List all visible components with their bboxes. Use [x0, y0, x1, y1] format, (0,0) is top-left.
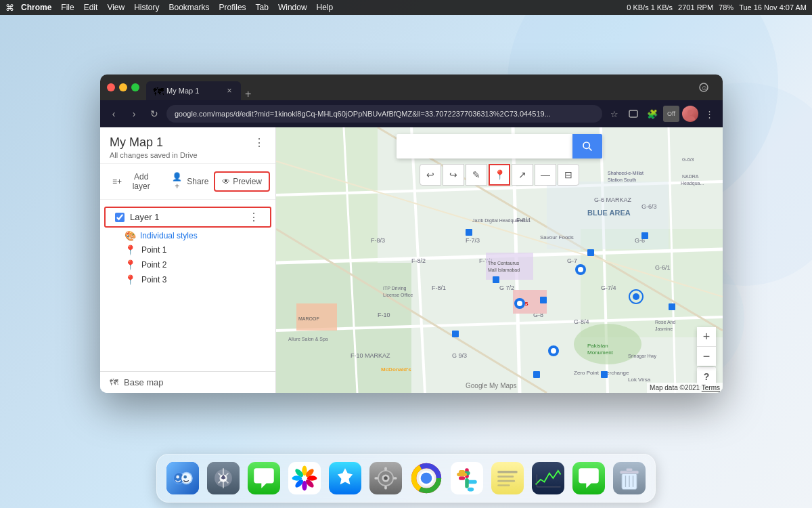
svg-rect-131	[497, 484, 510, 486]
maximize-button[interactable]	[131, 83, 139, 91]
svg-rect-73	[493, 276, 499, 283]
map-search-bar	[397, 134, 602, 158]
menubar-file[interactable]: File	[61, 3, 74, 12]
svg-text:F-8/1: F-8/1	[432, 284, 446, 291]
menubar-app-name[interactable]: Chrome	[21, 3, 51, 12]
tab-title: My Map 1	[166, 87, 221, 95]
svg-rect-123	[459, 476, 465, 480]
svg-text:Mall Islamabad: Mall Islamabad	[488, 268, 520, 272]
layer-checkbox[interactable]	[115, 213, 125, 222]
dock-messages[interactable]	[246, 461, 281, 496]
dock-notes[interactable]	[490, 461, 525, 496]
svg-point-91	[183, 475, 187, 479]
extension-pocket[interactable]	[625, 106, 641, 122]
menubar-edit[interactable]: Edit	[84, 3, 98, 12]
svg-rect-127	[491, 462, 524, 494]
menubar-view[interactable]: View	[107, 3, 125, 12]
tab-close-button[interactable]: ×	[225, 86, 234, 96]
new-tab-button[interactable]: +	[245, 88, 251, 100]
map-tool-hand[interactable]: ↩	[420, 164, 441, 186]
add-layer-button[interactable]: ≡+ Add layer	[108, 169, 162, 194]
preview-button[interactable]: 👁 Preview	[217, 174, 267, 189]
dock-systemprefs[interactable]	[368, 461, 403, 496]
map-options-button[interactable]: ⋮	[252, 136, 266, 149]
base-map-section[interactable]: 🗺 Base map	[100, 371, 275, 393]
point-icon-3: 📍	[125, 274, 136, 285]
layer-name: Layer 1	[130, 212, 242, 222]
svg-point-110	[384, 476, 388, 480]
dock-photos[interactable]	[287, 461, 322, 496]
svg-point-90	[176, 475, 179, 479]
close-button[interactable]	[107, 83, 115, 91]
layer-menu-button[interactable]: ⋮	[247, 211, 261, 224]
dock-appstore[interactable]	[328, 461, 363, 496]
zoom-out-button[interactable]: −	[697, 347, 716, 366]
refresh-button[interactable]: ↻	[146, 106, 162, 122]
menubar-history[interactable]: History	[134, 3, 159, 12]
point-icon-2: 📍	[125, 259, 136, 270]
bookmark-button[interactable]: ☆	[606, 106, 623, 122]
menubar-bookmarks[interactable]: Bookmarks	[169, 3, 210, 12]
map-sidebar: My Map 1 ⋮ All changes saved in Drive ≡+…	[100, 127, 276, 393]
back-button[interactable]: ‹	[106, 106, 122, 122]
svg-text:The Centaurus: The Centaurus	[488, 261, 520, 266]
off-badge[interactable]: Off	[663, 106, 679, 122]
chrome-menu-button[interactable]: ⋮	[701, 106, 717, 122]
address-bar[interactable]	[166, 105, 602, 123]
svg-rect-72	[466, 229, 472, 236]
menubar-profiles[interactable]: Profiles	[219, 3, 246, 12]
extensions-button[interactable]: 🧩	[644, 106, 660, 122]
individual-styles-row[interactable]: 🎨 Individual styles	[100, 229, 275, 242]
share-button[interactable]: 👤+ Share	[166, 169, 212, 194]
apple-menu[interactable]: ⌘	[5, 3, 14, 13]
point-item-3[interactable]: 📍 Point 3	[100, 272, 275, 287]
dock-launchpad[interactable]	[206, 461, 241, 496]
dock-activitymonitor[interactable]	[531, 461, 566, 496]
svg-text:Jasmine: Jasmine	[655, 326, 673, 331]
point-item-2[interactable]: 📍 Point 2	[100, 257, 275, 272]
dock-slack[interactable]	[449, 461, 484, 496]
dock-trash[interactable]	[612, 461, 647, 496]
map-zoom-controls: + −	[697, 327, 716, 366]
map-tool-line[interactable]: —	[535, 164, 556, 186]
map-attribution: Map data ©2021 Terms	[647, 383, 723, 393]
map-tool-draw[interactable]: ✎	[466, 164, 487, 186]
map-data-label: Map data ©2021	[650, 384, 700, 391]
forward-button[interactable]: ›	[126, 106, 142, 122]
map-search-input[interactable]	[397, 134, 572, 158]
active-tab[interactable]: 🗺 My Map 1 ×	[146, 81, 241, 100]
dock-finder[interactable]	[165, 461, 200, 496]
map-tool-measure[interactable]: ⊟	[558, 164, 579, 186]
point-item-1[interactable]: 📍 Point 1	[100, 242, 275, 257]
menubar-battery: 78%	[719, 3, 734, 12]
svg-rect-75	[587, 249, 594, 256]
menubar-help[interactable]: Help	[317, 3, 334, 12]
extension-btn[interactable]: ⊙	[696, 79, 712, 96]
menubar-window[interactable]: Window	[278, 3, 307, 12]
zoom-in-button[interactable]: +	[697, 327, 716, 346]
svg-point-3	[687, 110, 693, 115]
svg-text:G-6/3: G-6/3	[641, 203, 657, 210]
preview-label: Preview	[233, 177, 262, 186]
map-tool-forward[interactable]: ↪	[443, 164, 464, 186]
map-toolbar: ↩ ↪ ✎ 📍 ↗ — ⊟	[420, 164, 579, 186]
individual-styles-label: Individual styles	[140, 231, 198, 240]
map-terms-link[interactable]: Terms	[702, 384, 720, 391]
map-area[interactable]: BLUE AREA F-8/3 F-8/2 F-8/1 F-10 F-7/1 F…	[276, 127, 723, 393]
map-search-button[interactable]	[572, 134, 602, 158]
menubar-tab[interactable]: Tab	[256, 3, 269, 12]
svg-text:Srinagar Hwy: Srinagar Hwy	[628, 354, 657, 359]
map-tool-pin[interactable]: 📍	[489, 164, 510, 186]
dock-messages2[interactable]	[571, 461, 606, 496]
point-name-2: Point 2	[141, 260, 166, 270]
chrome-window: 🗺 My Map 1 × + ⊙ ‹ › ↻ ☆ 🧩 Off	[100, 75, 723, 393]
svg-text:Monument: Monument	[587, 350, 614, 356]
minimize-button[interactable]	[119, 83, 127, 91]
svg-text:Station South: Station South	[608, 177, 636, 182]
base-map-label: Base map	[124, 377, 164, 387]
layer-item[interactable]: Layer 1 ⋮	[106, 208, 270, 226]
map-tool-shape[interactable]: ↗	[512, 164, 533, 186]
profile-avatar[interactable]	[682, 106, 698, 122]
dock-chrome[interactable]	[409, 461, 444, 496]
svg-text:⊙: ⊙	[702, 85, 707, 91]
